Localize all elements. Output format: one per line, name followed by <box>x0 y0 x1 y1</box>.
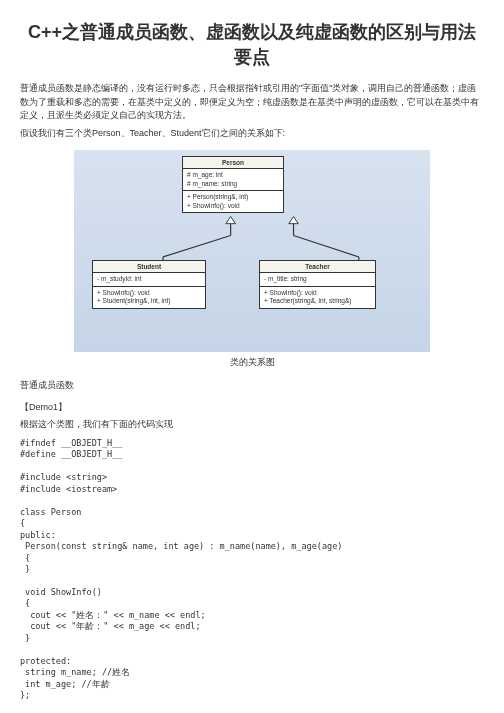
intro-paragraph-2: 假设我们有三个类Person、Teacher、Student它们之间的关系如下: <box>20 127 484 141</box>
uml-class-teacher: Teacher - m_title: string + ShowInfo(): … <box>259 260 376 308</box>
code-block: #ifndef __OBJEDT_H__ #define __OBJEDT_H_… <box>20 438 484 713</box>
intro-paragraph-1: 普通成员函数是静态编译的，没有运行时多态，只会根据指针或引用的"字面值"类对象，… <box>20 82 484 123</box>
uml-diagram-container: Person # m_age: int # m_name: string + P… <box>20 150 484 369</box>
uml-teacher-ops: + ShowInfo(): void + Teacher(string&, in… <box>260 287 375 308</box>
uml-person-title: Person <box>183 157 283 169</box>
uml-student-ops: + ShowInfo(): void + Student(string&, in… <box>93 287 205 308</box>
uml-student-attrs: - m_studyId: int <box>93 273 205 286</box>
demo1-description: 根据这个类图，我们有下面的代码实现 <box>20 418 484 432</box>
svg-line-7 <box>294 236 359 257</box>
uml-teacher-attrs: - m_title: string <box>260 273 375 286</box>
svg-line-3 <box>163 236 231 257</box>
uml-class-student: Student - m_studyId: int + ShowInfo(): v… <box>92 260 206 308</box>
uml-person-ops: + Person(string&, int) + ShowInfo(): voi… <box>183 191 283 212</box>
uml-person-attrs: # m_age: int # m_name: string <box>183 169 283 191</box>
uml-diagram: Person # m_age: int # m_name: string + P… <box>74 150 430 352</box>
diagram-caption: 类的关系图 <box>20 356 484 369</box>
section-normal-member: 普通成员函数 <box>20 379 484 393</box>
svg-marker-1 <box>226 217 235 224</box>
page-title: C++之普通成员函数、虚函数以及纯虚函数的区别与用法要点 <box>20 20 484 70</box>
uml-class-person: Person # m_age: int # m_name: string + P… <box>182 156 284 213</box>
uml-teacher-title: Teacher <box>260 261 375 273</box>
demo1-label: 【Demo1】 <box>20 401 484 415</box>
uml-student-title: Student <box>93 261 205 273</box>
svg-marker-5 <box>289 217 298 224</box>
